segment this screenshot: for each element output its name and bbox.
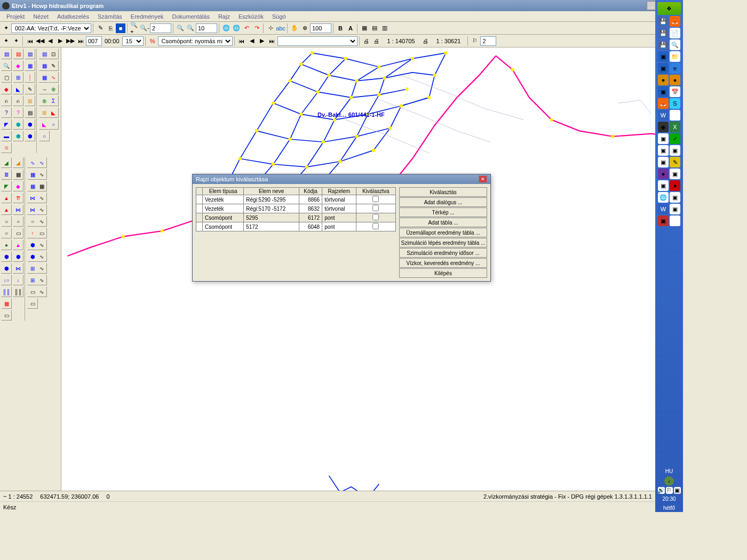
menu-rajz[interactable]: Rajz [214,12,234,21]
t-c1[interactable]: ▤ [25,49,35,59]
t2-b6[interactable]: ○ [13,216,23,227]
empty-combo[interactable] [277,36,357,46]
menu-sugo[interactable]: Súgó [268,12,290,21]
menu-projekt[interactable]: Projekt [2,12,29,21]
copy-icon[interactable]: ⎘ [106,23,115,33]
menu-dokumentalas[interactable]: Dokumentálás [168,12,214,21]
hand-icon[interactable]: ✋ [290,23,299,33]
t2-d6[interactable]: ∿ [36,216,47,227]
t-c2[interactable]: ▦ [25,60,35,71]
prev-icon[interactable]: ◀◀ [35,36,45,46]
mode-combo[interactable]: Csomópont: nyomás minim [158,36,233,46]
t-a8[interactable]: ◤ [1,119,12,130]
dock-i4[interactable]: ▣ [670,145,680,156]
dock-cal-icon[interactable]: 📅 [670,86,680,97]
dock-i10[interactable]: ● [670,180,680,191]
t2-a10[interactable]: ⬢ [1,263,12,274]
world2-icon[interactable]: 🌐 [232,23,241,33]
dock-doc-icon[interactable]: 📄 [670,28,680,38]
t-e1[interactable]: ⊡ [48,49,59,59]
t-c8[interactable]: ⬢ [25,131,35,141]
menu-eredmenyek[interactable]: Eredmények [126,12,168,21]
t-b9[interactable]: ⬢ [13,131,23,141]
t2-icon2[interactable]: ✦ [11,36,21,46]
zoom-out-icon[interactable]: 🔍- [140,23,149,33]
menu-adatkezeles[interactable]: Adatkezelés [53,12,93,21]
bold-icon[interactable]: B [336,23,345,33]
t2-b11[interactable]: ↓ [13,275,23,285]
t-a3[interactable]: ▢ [1,72,12,83]
t-e4[interactable]: ⊕ [48,84,59,94]
t2-d12[interactable]: ∿ [36,286,47,297]
last-icon[interactable]: ⏭ [76,36,85,46]
tray-2[interactable]: ⚐ [666,487,673,494]
t2-a12[interactable]: ║║ [1,286,12,297]
t2-b1[interactable]: ◢ [13,157,23,168]
t-a10[interactable]: ⦸ [1,142,12,153]
dock-find-icon[interactable]: 🔍 [670,39,680,50]
t2-a1[interactable]: ◢ [1,157,12,168]
row-checkbox[interactable] [372,196,379,202]
dock-i7[interactable]: ● [658,169,669,179]
t-a1[interactable]: ▤ [1,49,12,59]
dock-firefox-icon[interactable]: 🦊 [670,16,680,27]
t-a2[interactable]: 🔍 [1,60,12,71]
layer-combo[interactable]: 002-AA: Vez(T:d, -F:Vezet [11,23,91,33]
step-combo[interactable]: 15 [122,36,144,46]
grid3-icon[interactable]: ▥ [380,23,390,33]
pencil-icon[interactable]: ✎ [96,23,105,33]
dock-save3-icon[interactable]: 💾 [658,39,669,50]
t-b3[interactable]: ⊞ [13,72,23,83]
dock-orange2-icon[interactable]: ● [670,75,680,85]
dock-i12[interactable]: ▣ [670,192,680,203]
seq-input[interactable] [86,36,102,46]
nav-first-icon[interactable]: ⏮ [237,36,247,46]
t-c3[interactable]: ┊ [25,72,35,83]
t2-b9[interactable]: ⬢ [13,251,23,262]
zoom-in-icon[interactable]: 🔍+ [130,23,139,33]
t2-a3[interactable]: ◤ [1,181,12,191]
t-c5[interactable]: ⊞ [25,95,35,106]
dock-ff2-icon[interactable]: 🦊 [658,98,669,109]
dock-skype-icon[interactable]: S [670,98,680,109]
zoom-input-1[interactable] [150,23,171,33]
row-checkbox[interactable] [372,205,379,211]
menu-nezet[interactable]: Nézet [29,12,53,21]
t-b5[interactable]: ⎌ [13,95,23,106]
t-c6[interactable]: ▤ [25,107,35,118]
zoom-out2-icon[interactable]: 🔍 [186,23,195,33]
dock-i6[interactable]: ✎ [670,157,680,167]
dock-save-icon[interactable]: 💾 [658,16,669,27]
play-back-icon[interactable]: ◀ [45,36,55,46]
dock-i3[interactable]: ▣ [658,145,669,156]
t2-d7[interactable]: ▭ [36,228,47,238]
t2-b12[interactable]: ║║ [13,286,23,297]
dialog-action-button[interactable]: Üzemállapot eredmény tábla ... [399,228,487,237]
t2-a7[interactable]: ○ [1,228,12,238]
dock-excel-icon[interactable]: X [670,122,680,132]
percent-icon[interactable]: % [148,36,157,46]
t-e3[interactable]: ∿ [48,72,59,83]
target-icon[interactable]: ⊕ [300,23,309,33]
val-input[interactable] [480,36,496,46]
fwd-icon[interactable]: ↷ [252,23,261,33]
table-row[interactable]: VezetékRégi:5170 -51728632törtvonal [196,204,396,213]
dock-ie-icon[interactable]: e [670,63,680,74]
t2-icon[interactable]: ✦ [1,36,11,46]
nav-prev-icon[interactable]: ◀ [247,36,257,46]
t2-d5[interactable]: ∿ [36,204,47,215]
t-e7[interactable]: ○ [48,119,59,130]
t2-d3[interactable]: ▦ [36,181,47,191]
dialog-action-button[interactable]: Szimuláció eredmény idősor ... [399,248,487,258]
t2-d11[interactable]: ∿ [36,275,47,285]
font-icon[interactable]: A [346,23,355,33]
dialog-action-button[interactable]: Szimuláció lépés eredmény tábla ... [399,238,487,247]
t-a5[interactable]: ⎌ [1,95,12,106]
dock-i1[interactable]: ▣ [658,133,669,144]
dock-word-icon[interactable]: W [658,110,669,121]
menu-szamitas[interactable]: Számítás [93,12,126,21]
tray-3[interactable]: ▣ [674,487,681,494]
t2-b3[interactable]: ◆ [13,181,23,191]
t2-d4[interactable]: ∿ [36,193,47,203]
t-b1[interactable]: ▤ [13,49,23,59]
